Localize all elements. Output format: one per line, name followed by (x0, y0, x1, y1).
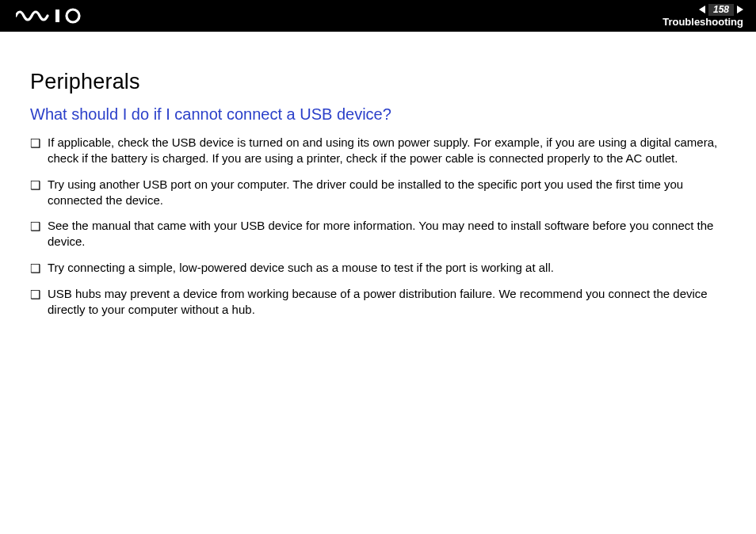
svg-rect-0 (55, 10, 59, 22)
page-number: 158 (708, 4, 734, 16)
page-title: Peripherals (30, 70, 726, 94)
page-navigation: 158 (699, 4, 743, 16)
svg-point-1 (67, 10, 79, 22)
header-right: 158 Troubleshooting (662, 4, 743, 28)
prev-page-arrow-icon[interactable] (699, 6, 705, 13)
list-item: ❑ USB hubs may prevent a device from wor… (30, 286, 726, 318)
list-item: ❑ See the manual that came with your USB… (30, 218, 726, 250)
bullet-text: See the manual that came with your USB d… (48, 218, 726, 250)
vaio-logo-icon (16, 8, 92, 24)
bullet-text: If applicable, check the USB device is t… (48, 135, 726, 167)
question-heading: What should I do if I cannot connect a U… (30, 105, 726, 124)
list-item: ❑ Try connecting a simple, low-powered d… (30, 260, 726, 277)
bullet-list: ❑ If applicable, check the USB device is… (30, 135, 726, 318)
bullet-icon: ❑ (30, 260, 48, 277)
list-item: ❑ Try using another USB port on your com… (30, 177, 726, 209)
bullet-icon: ❑ (30, 177, 48, 193)
content-area: Peripherals What should I do if I cannot… (0, 32, 756, 318)
header-bar: 158 Troubleshooting (0, 0, 756, 32)
section-label: Troubleshooting (662, 17, 743, 28)
vaio-logo (16, 8, 92, 24)
bullet-icon: ❑ (30, 218, 48, 235)
bullet-text: USB hubs may prevent a device from worki… (48, 286, 726, 318)
bullet-icon: ❑ (30, 286, 48, 303)
list-item: ❑ If applicable, check the USB device is… (30, 135, 726, 167)
bullet-text: Try connecting a simple, low-powered dev… (48, 260, 726, 276)
next-page-arrow-icon[interactable] (737, 6, 743, 13)
bullet-text: Try using another USB port on your compu… (48, 177, 726, 209)
bullet-icon: ❑ (30, 135, 48, 151)
